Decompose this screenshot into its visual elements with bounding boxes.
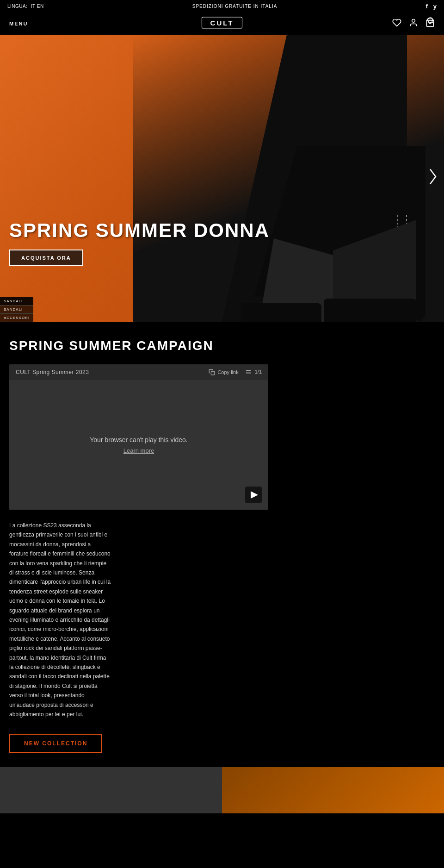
hero-thumbnails: SANDALI SANDALI ACCESSORI	[0, 297, 33, 322]
campaign-title: SPRING SUMMER CAMPAIGN	[9, 338, 435, 353]
hero-thumb-3[interactable]: ACCESSORI	[0, 313, 33, 322]
search-icon[interactable]	[426, 16, 435, 27]
video-controls-top: Copy link 1/1	[209, 369, 262, 375]
language-selector[interactable]: LINGUA: IT EN	[7, 4, 44, 9]
hero-content: SPRING SUMMER DONNA ACQUISTA ORA	[9, 220, 270, 266]
language-label: LINGUA:	[7, 4, 28, 9]
shipping-banner: SPEDIZIONI GRATUITE IN ITALIA	[44, 4, 426, 9]
twitter-link[interactable]: y	[433, 3, 437, 10]
video-body: Your browser can't play this video. Lear…	[9, 380, 268, 510]
wishlist-icon[interactable]	[392, 18, 401, 29]
svg-line-1	[432, 22, 434, 24]
counter-value: 1/1	[255, 369, 262, 375]
facebook-link[interactable]: f	[426, 3, 427, 10]
play-icon	[251, 491, 258, 499]
svg-rect-6	[211, 371, 215, 375]
hero-cta-button[interactable]: ACQUISTA ORA	[9, 250, 83, 266]
campaign-description: La collezione SS23 asseconda la gentilez…	[9, 521, 111, 719]
hero-next-arrow[interactable]	[427, 168, 438, 189]
hero-thumb-2[interactable]: SANDALI	[0, 305, 33, 313]
copy-link-label: Copy link	[217, 369, 238, 375]
lang-it[interactable]: IT	[31, 4, 36, 9]
copy-link-button[interactable]: Copy link	[209, 369, 238, 375]
video-title: CULT Spring Summer 2023	[16, 369, 89, 375]
hero-background	[0, 35, 444, 322]
footer-preview	[0, 767, 444, 813]
site-header: MENU CULT	[0, 12, 444, 35]
video-topbar: CULT Spring Summer 2023 Copy link 1/1	[9, 364, 268, 380]
account-icon[interactable]	[409, 18, 418, 29]
new-collection-button[interactable]: NEW COLLECTION	[9, 734, 102, 753]
lang-en[interactable]: EN	[37, 4, 44, 9]
social-links: f y	[426, 3, 437, 10]
footer-right	[222, 767, 444, 813]
svg-text:CULT: CULT	[210, 19, 234, 27]
svg-point-4	[412, 19, 415, 23]
video-error-message: Your browser can't play this video.	[90, 436, 188, 443]
hero-section: SPRING SUMMER DONNA ACQUISTA ORA SANDALI…	[0, 35, 444, 322]
video-play-button[interactable]	[245, 487, 262, 503]
hero-title: SPRING SUMMER DONNA	[9, 220, 270, 241]
menu-toggle[interactable]: MENU	[9, 21, 28, 26]
site-logo[interactable]: CULT	[201, 15, 243, 32]
video-learn-more-link[interactable]: Learn more	[123, 447, 154, 454]
video-container: CULT Spring Summer 2023 Copy link 1/1	[9, 364, 268, 510]
campaign-section: SPRING SUMMER CAMPAIGN CULT Spring Summe…	[0, 322, 444, 767]
svg-point-0	[428, 18, 433, 23]
footer-left	[0, 767, 222, 813]
top-bar: LINGUA: IT EN SPEDIZIONI GRATUITE IN ITA…	[0, 0, 444, 12]
hero-thumb-1[interactable]: SANDALI	[0, 297, 33, 305]
video-counter: 1/1	[245, 369, 262, 375]
